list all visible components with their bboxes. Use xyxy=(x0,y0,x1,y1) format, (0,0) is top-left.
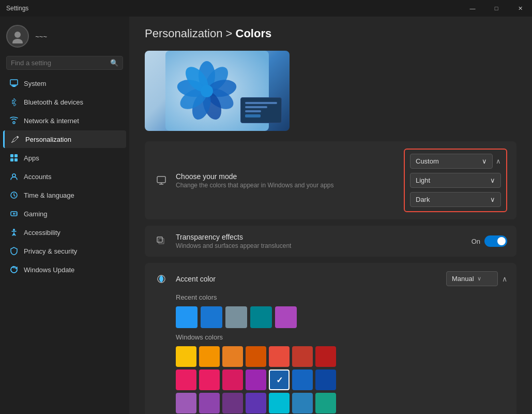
personalization-icon xyxy=(11,135,20,144)
app-title: Settings xyxy=(6,5,28,12)
sidebar-item-privacy[interactable]: Privacy & security xyxy=(3,242,126,260)
sidebar-item-personalization[interactable]: Personalization xyxy=(3,130,126,148)
bluetooth-icon xyxy=(9,97,19,107)
color-dark-orange[interactable] xyxy=(246,346,266,367)
accent-icon xyxy=(154,272,169,286)
sidebar-item-accounts-label: Accounts xyxy=(24,173,51,181)
svg-rect-8 xyxy=(10,158,13,161)
recent-color-5[interactable] xyxy=(275,306,297,328)
color-blue-selected[interactable] xyxy=(269,369,290,390)
color-row-3 xyxy=(176,393,507,413)
color-cyan[interactable] xyxy=(269,393,290,413)
recent-color-3[interactable] xyxy=(225,306,247,328)
color-dark-violet[interactable] xyxy=(199,393,220,413)
accent-header-control: Manual ∨ ∧ xyxy=(446,271,507,286)
transparency-toggle-label: On xyxy=(472,238,480,245)
svg-rect-29 xyxy=(157,176,165,183)
mode-icon xyxy=(154,173,169,188)
recent-color-4[interactable] xyxy=(250,306,272,328)
sidebar-item-time[interactable]: Time & language xyxy=(3,186,126,204)
search-icon: 🔍 xyxy=(110,59,118,67)
mode-control: Custom ∨ ∧ Light ∨ Dark ∨ xyxy=(404,149,507,212)
transparency-toggle[interactable] xyxy=(484,235,507,247)
sidebar-item-gaming[interactable]: Gaming xyxy=(3,205,126,223)
color-hot-pink[interactable] xyxy=(199,369,220,390)
transparency-title: Transparency effects xyxy=(176,233,472,241)
accent-dropdown[interactable]: Manual ∨ xyxy=(446,271,498,286)
color-dark-blue[interactable] xyxy=(292,369,313,390)
color-magenta[interactable] xyxy=(222,369,243,390)
sidebar-item-accounts[interactable]: Accounts xyxy=(3,168,126,185)
mode-row: Choose your mode Change the colors that … xyxy=(145,141,516,219)
color-deep-purple[interactable] xyxy=(222,393,243,413)
custom-chevron: ∨ xyxy=(482,157,487,165)
update-icon xyxy=(9,265,19,274)
apps-icon xyxy=(9,153,19,162)
sidebar-item-network-label: Network & internet xyxy=(24,117,79,125)
accounts-icon xyxy=(9,172,19,181)
window-controls: — □ ✕ xyxy=(461,0,532,17)
color-deep-red[interactable] xyxy=(315,346,336,367)
color-indigo[interactable] xyxy=(246,393,266,413)
svg-point-5 xyxy=(17,137,19,138)
svg-point-16 xyxy=(16,214,17,215)
sidebar-item-update[interactable]: Windows Update xyxy=(3,261,126,278)
svg-point-17 xyxy=(13,229,15,231)
sidebar-item-apps[interactable]: Apps xyxy=(3,149,126,167)
color-row-2 xyxy=(176,369,507,390)
close-button[interactable]: ✕ xyxy=(508,0,532,17)
privacy-icon xyxy=(9,246,19,256)
recent-colors-section: Recent colors Windows colors xyxy=(154,293,507,414)
custom-mode-dropdown[interactable]: Custom ∨ xyxy=(410,154,493,169)
color-orange[interactable] xyxy=(222,346,243,367)
color-gold[interactable] xyxy=(199,346,220,367)
sidebar-item-time-label: Time & language xyxy=(24,191,74,199)
svg-rect-9 xyxy=(14,158,18,161)
sidebar-item-network[interactable]: Network & internet xyxy=(3,112,126,129)
breadcrumb-separator: > xyxy=(226,27,236,40)
search-box[interactable]: 🔍 xyxy=(6,56,123,70)
mode-desc: Change the colors that appear in Windows… xyxy=(176,182,404,189)
maximize-button[interactable]: □ xyxy=(484,0,508,17)
sidebar-item-accessibility-label: Accessibility xyxy=(24,229,60,236)
sidebar-item-system-label: System xyxy=(24,80,46,87)
transparency-control: On xyxy=(472,235,507,247)
color-pink[interactable] xyxy=(176,369,196,390)
transparency-row: Transparency effects Windows and surface… xyxy=(145,226,516,257)
accent-section: Accent color Manual ∨ ∧ Recent colors xyxy=(145,263,516,414)
sidebar-item-bluetooth[interactable]: Bluetooth & devices xyxy=(3,93,126,111)
sidebar-item-system[interactable]: System xyxy=(3,75,126,92)
recent-color-1[interactable] xyxy=(176,306,197,328)
minimize-button[interactable]: — xyxy=(461,0,484,17)
mode-collapse-btn[interactable]: ∧ xyxy=(496,157,501,165)
recent-color-2[interactable] xyxy=(201,306,222,328)
app-body: ~~~ 🔍 System Bluetooth & devices Network… xyxy=(0,17,532,414)
sidebar-item-accessibility[interactable]: Accessibility xyxy=(3,224,126,241)
accent-collapse-icon[interactable]: ∧ xyxy=(502,275,507,283)
color-cerulean[interactable] xyxy=(292,393,313,413)
custom-mode-row[interactable]: Custom ∨ ∧ xyxy=(410,154,501,169)
recent-colors-row xyxy=(176,306,507,328)
time-icon xyxy=(9,190,19,200)
main-content: Personalization > Colors xyxy=(129,17,532,414)
light-mode-dropdown[interactable]: Light ∨ xyxy=(410,173,501,188)
highlighted-dropdown-box: Custom ∨ ∧ Light ∨ Dark ∨ xyxy=(404,149,507,212)
color-purple[interactable] xyxy=(246,369,266,390)
color-red[interactable] xyxy=(269,346,290,367)
svg-rect-33 xyxy=(157,237,162,242)
custom-label: Custom xyxy=(416,157,439,165)
svg-rect-32 xyxy=(159,239,164,244)
theme-preview-image xyxy=(145,51,290,131)
mode-section: Choose your mode Change the colors that … xyxy=(145,141,516,219)
accent-header: Accent color Manual ∨ ∧ xyxy=(154,271,507,286)
sidebar-item-apps-label: Apps xyxy=(24,154,39,162)
svg-rect-4 xyxy=(11,85,17,86)
transparency-desc: Windows and surfaces appear translucent xyxy=(176,242,472,249)
dark-mode-dropdown[interactable]: Dark ∨ xyxy=(410,192,501,207)
search-input[interactable] xyxy=(11,59,110,67)
color-yellow[interactable] xyxy=(176,346,196,367)
color-navy[interactable] xyxy=(315,369,336,390)
color-dark-red[interactable] xyxy=(292,346,313,367)
color-violet[interactable] xyxy=(176,393,196,413)
color-teal[interactable] xyxy=(315,393,336,413)
